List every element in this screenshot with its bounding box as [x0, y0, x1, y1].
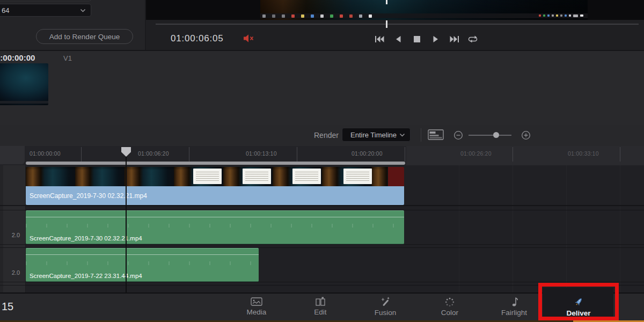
header-separator [0, 244, 26, 245]
video-taskbar-tray [539, 14, 583, 17]
codec-value: 64 [2, 6, 9, 14]
play-button[interactable] [430, 34, 442, 45]
track-separator [26, 282, 644, 282]
viewer-playhead-top [386, 0, 387, 4]
video-clip-thumbnail-doc [343, 169, 372, 184]
viewer-scrubber-playhead[interactable] [386, 20, 387, 28]
header-separator [0, 282, 26, 282]
job-track-label: V1 [63, 54, 72, 62]
tab-media[interactable]: Media [231, 297, 282, 316]
ruler-tick [620, 147, 620, 162]
fusion-icon [380, 297, 391, 307]
job-thumbnail[interactable] [0, 63, 48, 105]
ruler-tick [81, 147, 82, 162]
video-clip-thumbnail-doc [243, 169, 271, 184]
ruler-tick [189, 147, 189, 162]
grid-line [459, 165, 459, 292]
fairlight-icon [510, 297, 518, 307]
stop-button[interactable] [411, 34, 423, 45]
video-clip-thumbnail-doc [193, 169, 222, 184]
viewer-canvas [146, 0, 644, 20]
render-settings-panel: 64 Add to Render Queue [0, 0, 145, 50]
video-clip[interactable]: ScreenCapture_2019-7-30 02.32.21.mp4 [26, 167, 404, 205]
video-clip-thumbnail-doc [292, 169, 321, 184]
video-clip-name: ScreenCapture_2019-7-30 02.32.21.mp4 [30, 192, 147, 200]
timeline-playhead-line[interactable] [126, 147, 127, 292]
grid-line [620, 165, 620, 292]
color-icon [444, 297, 455, 307]
chevron-down-icon [399, 133, 405, 137]
zoom-out-icon[interactable] [453, 130, 463, 140]
setting-field-above[interactable] [0, 0, 91, 1]
annotation-highlight-rectangle [538, 283, 619, 320]
audio-clip-2[interactable]: ScreenCapture_2019-7-22 23.31.44.mp4 [26, 248, 259, 282]
zoom-in-icon[interactable] [521, 130, 531, 140]
add-to-render-queue-button[interactable]: Add to Render Queue [36, 29, 133, 44]
chevron-down-icon [80, 9, 86, 12]
ruler-label: 01:00:06:20 [138, 150, 169, 157]
ruler-label: 01:00:13:10 [246, 150, 277, 157]
grid-line [566, 165, 567, 292]
audio-waveform [26, 224, 404, 228]
volume-automation-line[interactable] [26, 254, 259, 255]
timeline-panel: 01:00:00:00 01:00:06:20 01:00:13:10 01:0… [0, 146, 644, 292]
render-range-value: Entire Timeline [350, 131, 397, 139]
audio-waveform [26, 261, 259, 265]
render-label: Render [314, 131, 339, 140]
skip-start-button[interactable] [374, 34, 385, 45]
skip-end-button[interactable] [449, 34, 460, 45]
edit-icon [315, 297, 326, 306]
horizontal-scrollbar[interactable] [26, 162, 405, 165]
ruler-label: 01:00:26:20 [460, 150, 492, 157]
viewer-scrubber[interactable] [156, 24, 639, 25]
viewer-panel: 01:00:06:05 [146, 0, 644, 50]
header-separator [0, 205, 26, 206]
track-separator [26, 244, 644, 245]
header-separator [0, 210, 26, 210]
timeline-ruler-overflow[interactable] [406, 146, 644, 165]
loop-button[interactable] [467, 34, 479, 45]
tab-fusion[interactable]: Fusion [360, 297, 411, 317]
zoom-slider-track[interactable] [469, 135, 511, 136]
video-preview [260, 0, 588, 20]
viewer-timecode: 01:00:06:05 [171, 33, 224, 44]
audio-channels-label: 2.0 [0, 269, 24, 276]
render-queue-area: 0:00:00:00 V1 [0, 51, 644, 125]
timeline-view-icon[interactable] [428, 129, 444, 140]
transport-controls [374, 34, 479, 45]
audio-channels-label: 2.0 [0, 232, 24, 238]
ruler-label: 01:00:20:00 [352, 150, 383, 157]
step-back-button[interactable] [392, 34, 404, 45]
tab-color[interactable]: Color [424, 297, 475, 317]
toolbar-divider [421, 128, 421, 142]
media-icon [251, 297, 262, 306]
status-value: 15 [2, 301, 13, 313]
davinci-resolve-deliver-page: 64 Add to Render Queue [0, 0, 644, 322]
track-separator [26, 205, 644, 206]
job-start-timecode: 0:00:00:00 [0, 53, 35, 62]
render-range-dropdown[interactable]: Entire Timeline [342, 128, 411, 142]
mute-icon[interactable] [243, 34, 254, 43]
audio-clip-1[interactable]: ScreenCapture_2019-7-30 02.32.21.mp4 [26, 210, 404, 244]
zoom-slider-thumb[interactable] [493, 132, 499, 138]
ruler-tick [297, 147, 297, 162]
codec-dropdown[interactable]: 64 [0, 4, 91, 17]
ruler-tick [405, 147, 405, 162]
ruler-label: 01:00:00:00 [30, 150, 61, 157]
header-separator [0, 247, 26, 248]
tab-edit[interactable]: Edit [295, 297, 346, 316]
ruler-label: 01:00:33:10 [568, 150, 599, 157]
video-clip-end-frame [388, 167, 404, 186]
grid-line [513, 165, 513, 292]
video-taskbar [260, 13, 588, 18]
header-separator [0, 285, 26, 286]
video-clip-name-bar: ScreenCapture_2019-7-30 02.32.21.mp4 [26, 186, 404, 205]
render-options-bar: Render Entire Timeline [0, 125, 644, 146]
ruler-tick [513, 147, 513, 162]
tab-fairlight[interactable]: Fairlight [488, 297, 540, 317]
volume-automation-line[interactable] [26, 217, 404, 217]
track-header-column: 2.0 2.0 [0, 165, 26, 292]
ruler-corner [0, 146, 25, 164]
